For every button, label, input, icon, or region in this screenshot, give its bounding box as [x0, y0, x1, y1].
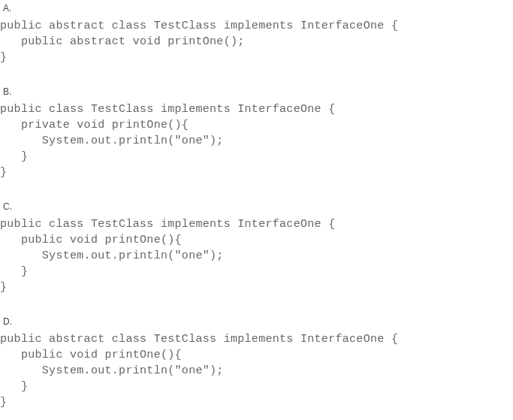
code-block: public abstract class TestClass implemen…: [0, 331, 513, 410]
option-c: C.public class TestClass implements Inte…: [0, 201, 513, 295]
code-line: public abstract void printOne();: [0, 34, 513, 50]
code-line: System.out.println("one");: [0, 133, 513, 149]
code-line: }: [0, 50, 513, 65]
code-block: public abstract class TestClass implemen…: [0, 18, 513, 65]
option-b: B.public class TestClass implements Inte…: [0, 86, 513, 180]
code-line: System.out.println("one");: [0, 248, 513, 264]
code-line: }: [0, 394, 513, 410]
code-line: private void printOne(){: [0, 117, 513, 133]
option-label: A.: [3, 3, 513, 14]
code-block: public class TestClass implements Interf…: [0, 216, 513, 295]
code-line: public class TestClass implements Interf…: [0, 216, 513, 232]
option-label: D.: [3, 316, 513, 327]
code-line: public void printOne(){: [0, 232, 513, 248]
option-d: D.public abstract class TestClass implem…: [0, 316, 513, 410]
option-label: C.: [3, 201, 513, 212]
question-options-container: A.public abstract class TestClass implem…: [0, 3, 513, 410]
code-line: }: [0, 379, 513, 394]
code-line: public abstract class TestClass implemen…: [0, 331, 513, 347]
option-label: B.: [3, 86, 513, 97]
code-line: public void printOne(){: [0, 347, 513, 363]
option-a: A.public abstract class TestClass implem…: [0, 3, 513, 65]
code-line: }: [0, 279, 513, 295]
code-line: public abstract class TestClass implemen…: [0, 18, 513, 34]
code-line: }: [0, 165, 513, 180]
code-line: System.out.println("one");: [0, 363, 513, 379]
code-block: public class TestClass implements Interf…: [0, 101, 513, 180]
code-line: }: [0, 149, 513, 165]
code-line: }: [0, 264, 513, 279]
code-line: public class TestClass implements Interf…: [0, 101, 513, 117]
